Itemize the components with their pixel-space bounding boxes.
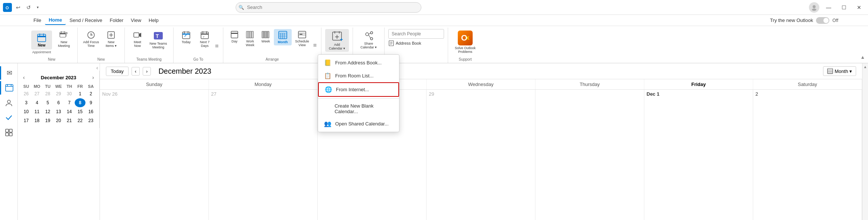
cal-cell-dec1[interactable]: Dec 1 bbox=[644, 90, 753, 220]
sidebar-icon-mail[interactable]: ✉ bbox=[0, 66, 17, 80]
next-7-days-button[interactable]: 7 Next 7Days bbox=[196, 29, 214, 49]
cal-cell-nov29[interactable]: 29 bbox=[427, 90, 535, 220]
mini-cal-cell[interactable]: 23 bbox=[85, 116, 96, 125]
solve-outlook-button[interactable]: O X Solve OutlookProblems bbox=[452, 29, 479, 55]
mini-cal-cell[interactable]: 2 bbox=[85, 89, 96, 98]
cal-cell-dec2[interactable]: 2 bbox=[753, 90, 862, 220]
mini-cal-cell[interactable]: 21 bbox=[64, 116, 75, 125]
new-items-button[interactable]: NewItems ▾ bbox=[101, 29, 121, 49]
address-book-label: Address Book bbox=[396, 41, 421, 45]
try-new-toggle[interactable] bbox=[816, 17, 829, 24]
mini-cal-cell[interactable]: 18 bbox=[32, 116, 42, 125]
mini-cal-cell[interactable]: 13 bbox=[53, 107, 64, 116]
sidebar-icon-contacts[interactable] bbox=[2, 96, 16, 109]
maximize-button[interactable]: ☐ bbox=[838, 3, 850, 12]
quick-access-more[interactable]: ▾ bbox=[35, 4, 41, 10]
menu-home[interactable]: Home bbox=[45, 16, 66, 25]
create-blank-calendar-item[interactable]: Create New Blank Calendar... bbox=[318, 100, 399, 117]
mini-cal-cell[interactable]: 11 bbox=[32, 107, 42, 116]
week-view-button[interactable]: Week bbox=[258, 29, 273, 45]
new-teams-meeting-button[interactable]: T New TeamsMeeting bbox=[147, 29, 169, 51]
mini-cal-cell[interactable]: 28 bbox=[42, 89, 53, 98]
mini-cal-today-cell[interactable]: 8 bbox=[75, 98, 85, 107]
ribbon-group-label-goto: Go To bbox=[174, 57, 223, 61]
day-view-button[interactable]: Day bbox=[227, 29, 242, 45]
cal-header-thursday: Thursday bbox=[535, 79, 644, 89]
menu-file[interactable]: File bbox=[30, 16, 45, 25]
scroll-up-button[interactable]: ▲ bbox=[862, 63, 868, 70]
cal-cell-nov26[interactable]: Nov 26 bbox=[100, 90, 209, 220]
cal-month-view-button[interactable]: Month ▾ bbox=[823, 66, 856, 76]
menu-send-receive[interactable]: Send / Receive bbox=[66, 16, 106, 25]
mini-cal-cell[interactable]: 26 bbox=[21, 89, 32, 98]
from-address-book-item[interactable]: 📒 From Address Book... bbox=[318, 56, 399, 69]
svg-point-58 bbox=[366, 33, 369, 36]
mini-cal-cell[interactable]: 14 bbox=[64, 107, 75, 116]
share-calendar-button[interactable]: ShareCalendar ▾ bbox=[357, 29, 380, 51]
mini-cal-cell[interactable]: 30 bbox=[64, 89, 75, 98]
redo-button[interactable]: ↺ bbox=[25, 3, 33, 12]
sidebar-icon-apps[interactable] bbox=[2, 126, 16, 139]
ribbon-collapse-button[interactable]: ▲ bbox=[859, 53, 867, 61]
mini-cal-cell[interactable]: 7 bbox=[64, 98, 75, 107]
mini-cal-cell[interactable]: 22 bbox=[75, 116, 85, 125]
mini-cal-cell[interactable]: 5 bbox=[42, 98, 53, 107]
mini-cal-cell[interactable]: 20 bbox=[53, 116, 64, 125]
search-people-input[interactable] bbox=[388, 29, 444, 39]
mini-cal-collapse-button[interactable]: ‹ bbox=[96, 65, 98, 71]
mini-cal-cell[interactable]: 6 bbox=[53, 98, 64, 107]
menu-view[interactable]: View bbox=[127, 16, 145, 25]
mini-cal-cell[interactable]: 19 bbox=[42, 116, 53, 125]
add-calendar-button[interactable]: + AddCalendar ▾ bbox=[325, 29, 349, 52]
add-focus-time-button[interactable]: Add FocusTime bbox=[81, 29, 101, 49]
mini-calendar: ‹ December 2023 › SU MO TU WE TH FR SA bbox=[18, 71, 100, 128]
mini-cal-cell[interactable]: 3 bbox=[21, 98, 32, 107]
cal-cell-nov30[interactable] bbox=[535, 90, 644, 220]
address-book-button[interactable]: Address Book bbox=[388, 40, 421, 46]
svg-rect-36 bbox=[252, 31, 253, 38]
undo-button[interactable]: ↩ bbox=[14, 3, 22, 12]
cal-cell-nov27[interactable]: 27 bbox=[209, 90, 318, 220]
svg-rect-38 bbox=[263, 31, 265, 38]
sidebar-icon-calendar[interactable] bbox=[0, 81, 17, 95]
new-meeting-button[interactable]: NewMeeting bbox=[54, 29, 74, 49]
mini-cal-prev[interactable]: ‹ bbox=[21, 74, 27, 81]
ribbon-group-goto: Today 7 Next 7Days ⊠ Go To bbox=[174, 28, 223, 63]
cal-prev-button[interactable]: ‹ bbox=[132, 67, 140, 76]
menu-bar: File Home Send / Receive Folder View Hel… bbox=[0, 15, 868, 26]
schedule-view-button[interactable]: ScheduleView bbox=[292, 29, 312, 48]
mini-cal-cell[interactable]: 4 bbox=[32, 98, 42, 107]
cal-today-button[interactable]: Today bbox=[106, 67, 129, 76]
work-week-button[interactable]: WorkWeek bbox=[243, 29, 258, 48]
menu-help[interactable]: Help bbox=[145, 16, 162, 25]
month-view-button[interactable]: Month bbox=[274, 29, 292, 45]
sidebar-icon-tasks[interactable] bbox=[2, 111, 16, 124]
menu-folder[interactable]: Folder bbox=[106, 16, 127, 25]
mini-cal-cell[interactable]: 17 bbox=[21, 116, 32, 125]
today-button[interactable]: Today bbox=[177, 29, 195, 45]
mini-cal-cell[interactable]: 9 bbox=[85, 98, 96, 107]
ribbon-group-label-new2: New bbox=[78, 57, 124, 61]
from-internet-item[interactable]: 🌐 From Internet... bbox=[318, 82, 399, 97]
from-room-list-item[interactable]: 📋 From Room List... bbox=[318, 69, 399, 82]
goto-expand[interactable]: ⊠ bbox=[214, 43, 219, 49]
open-shared-calendar-item[interactable]: 👥 Open Shared Calendar... bbox=[318, 117, 399, 130]
arrange-expand[interactable]: ⊠ bbox=[312, 42, 317, 48]
new-appointment-button[interactable]: New Appointment bbox=[30, 29, 54, 55]
mini-cal-cell[interactable]: 29 bbox=[53, 89, 64, 98]
minimize-button[interactable]: — bbox=[822, 3, 835, 12]
mini-cal-cell[interactable]: 10 bbox=[21, 107, 32, 116]
mini-cal-cell[interactable]: 16 bbox=[85, 107, 96, 116]
svg-rect-34 bbox=[248, 31, 250, 38]
mini-cal-cell[interactable]: 1 bbox=[75, 89, 85, 98]
mini-cal-next[interactable]: › bbox=[90, 74, 96, 81]
meet-now-button[interactable]: MeetNow bbox=[129, 29, 146, 51]
close-button[interactable]: ✕ bbox=[853, 3, 865, 12]
mini-cal-cell[interactable]: 12 bbox=[42, 107, 53, 116]
search-input[interactable] bbox=[236, 2, 421, 13]
mini-cal-cell[interactable]: 27 bbox=[32, 89, 42, 98]
mini-cal-cell[interactable]: 15 bbox=[75, 107, 85, 116]
cal-next-button[interactable]: › bbox=[143, 67, 151, 76]
svg-rect-5 bbox=[38, 36, 46, 37]
svg-rect-67 bbox=[6, 85, 13, 91]
